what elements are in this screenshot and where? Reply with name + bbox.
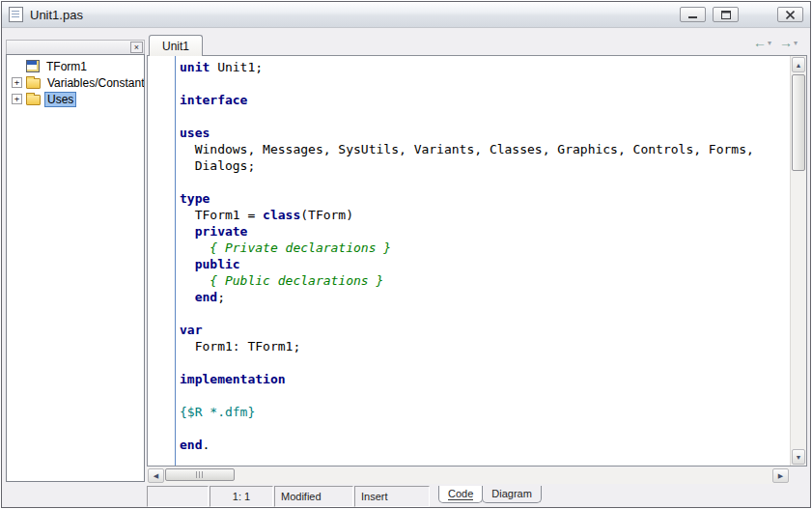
tree-item-label: TForm1 xyxy=(43,59,90,74)
modified-status: Modified xyxy=(274,486,353,507)
scroll-grip-icon xyxy=(196,471,205,478)
form-icon xyxy=(26,60,40,72)
code-segment: class xyxy=(263,208,300,222)
code-line[interactable]: implementation xyxy=(180,371,790,387)
code-line[interactable]: end. xyxy=(180,437,790,453)
folder-icon xyxy=(26,78,41,89)
code-editor[interactable]: unit Unit1;interfaceuses Windows, Messag… xyxy=(148,56,790,466)
minimize-icon xyxy=(688,11,697,19)
scroll-up-button[interactable]: ▲ xyxy=(792,57,805,72)
navigate-back-button[interactable]: ← ▾ xyxy=(749,36,775,49)
code-segment: {$R *.dfm} xyxy=(180,405,255,419)
code-segment: Form1: TForm1; xyxy=(180,339,300,353)
main-area: × TForm1+Variables/Constants+Uses Unit1 … xyxy=(2,28,810,507)
scrollbar-corner xyxy=(790,467,807,484)
code-segment: implementation xyxy=(180,372,286,386)
view-tab-label: Code xyxy=(448,488,473,500)
view-tab-code[interactable]: Code xyxy=(438,486,483,503)
vertical-scroll-thumb[interactable] xyxy=(792,74,805,171)
code-line[interactable]: Dialogs; xyxy=(180,157,790,174)
code-segment: public xyxy=(195,257,240,271)
code-line[interactable] xyxy=(180,387,790,404)
editor-tabbar: Unit1 ← ▾ → ▾ xyxy=(147,31,807,55)
code-line[interactable]: Form1: TForm1; xyxy=(180,338,790,354)
tab-unit1[interactable]: Unit1 xyxy=(149,35,203,56)
maximize-button[interactable] xyxy=(713,7,739,22)
code-segment: end xyxy=(180,438,202,452)
vertical-scroll-track[interactable] xyxy=(791,73,806,448)
scroll-right-button[interactable]: ▶ xyxy=(772,468,789,483)
scroll-down-button[interactable]: ▼ xyxy=(792,449,805,465)
editor-frame: unit Unit1;interfaceuses Windows, Messag… xyxy=(147,55,807,467)
code-segment: var xyxy=(180,323,202,337)
tree-item-uses[interactable]: +Uses xyxy=(7,91,144,107)
window-controls xyxy=(673,7,803,22)
titlebar[interactable]: Unit1.pas xyxy=(2,2,810,28)
code-explorer-tree: TForm1+Variables/Constants+Uses xyxy=(6,54,145,482)
code-line[interactable] xyxy=(180,108,790,125)
code-segment: unit xyxy=(180,60,210,74)
code-line[interactable]: TForm1 = class(TForm) xyxy=(180,207,790,223)
code-line[interactable]: end; xyxy=(180,289,790,305)
code-line[interactable]: unit Unit1; xyxy=(180,59,790,75)
code-explorer-panel: × TForm1+Variables/Constants+Uses xyxy=(6,40,145,482)
close-button[interactable] xyxy=(777,7,803,22)
explorer-close-button[interactable]: × xyxy=(130,42,143,53)
code-line[interactable]: { Public declarations } xyxy=(180,272,790,289)
vertical-scrollbar[interactable]: ▲ ▼ xyxy=(790,56,806,466)
statusbar: 1: 1 Modified Insert CodeDiagram xyxy=(147,486,807,507)
back-arrow-icon: ← xyxy=(753,36,767,49)
statusbar-panel-empty xyxy=(147,486,209,507)
horizontal-scroll-track[interactable] xyxy=(165,467,771,484)
expand-plus-icon[interactable]: + xyxy=(12,77,22,88)
code-line[interactable] xyxy=(180,174,790,190)
expander-spacer xyxy=(12,61,22,71)
code-segment: private xyxy=(195,224,248,239)
code-line[interactable] xyxy=(180,354,790,371)
scroll-left-button[interactable]: ◀ xyxy=(148,468,164,483)
tree-item-tform1[interactable]: TForm1 xyxy=(7,58,144,74)
code-line[interactable]: interface xyxy=(180,92,790,108)
tab-label: Unit1 xyxy=(162,40,189,53)
code-segment: Unit1; xyxy=(210,60,263,74)
code-line[interactable]: var xyxy=(180,322,790,338)
code-segment xyxy=(180,224,195,239)
code-line[interactable]: {$R *.dfm} xyxy=(180,404,790,420)
code-line[interactable] xyxy=(180,305,790,322)
code-line[interactable]: uses xyxy=(180,125,790,141)
window-title: Unit1.pas xyxy=(30,8,83,22)
back-dropdown-icon: ▾ xyxy=(768,39,771,47)
code-segment: interface xyxy=(180,93,247,107)
maximize-icon xyxy=(721,11,731,19)
close-icon xyxy=(786,11,795,19)
tree-item-label: Uses xyxy=(44,92,76,107)
code-segment: . xyxy=(202,438,210,452)
tree-item-variables-constants[interactable]: +Variables/Constants xyxy=(7,74,144,91)
minimize-button[interactable] xyxy=(680,7,706,22)
code-segment: { Private declarations } xyxy=(180,240,391,255)
code-segment: uses xyxy=(180,126,210,140)
code-segment: TForm1 = xyxy=(180,208,263,222)
gutter-line xyxy=(175,56,176,466)
code-segment: Windows, Messages, SysUtils, Variants, C… xyxy=(180,142,754,156)
horizontal-scroll-thumb[interactable] xyxy=(165,468,235,481)
navigate-forward-button[interactable]: → ▾ xyxy=(775,36,801,49)
view-tab-diagram[interactable]: Diagram xyxy=(482,486,542,503)
forward-arrow-icon: → xyxy=(779,36,793,49)
code-line[interactable]: { Private declarations } xyxy=(180,240,790,256)
forward-dropdown-icon: ▾ xyxy=(794,39,798,47)
code-line[interactable]: Windows, Messages, SysUtils, Variants, C… xyxy=(180,141,790,157)
expand-plus-icon[interactable]: + xyxy=(12,94,22,104)
code-segment xyxy=(180,257,195,271)
code-line[interactable]: type xyxy=(180,190,790,207)
code-line[interactable]: public xyxy=(180,256,790,272)
code-line[interactable]: private xyxy=(180,223,790,240)
code-explorer-header: × xyxy=(6,40,145,54)
code-line[interactable] xyxy=(180,420,790,437)
view-tabs: CodeDiagram xyxy=(438,486,541,507)
tree-item-label: Variables/Constants xyxy=(44,75,145,91)
code-segment: { Public declarations } xyxy=(180,273,383,288)
horizontal-scrollbar[interactable]: ◀ ▶ xyxy=(147,467,807,484)
view-tab-label: Diagram xyxy=(491,488,532,499)
code-line[interactable] xyxy=(180,75,790,92)
